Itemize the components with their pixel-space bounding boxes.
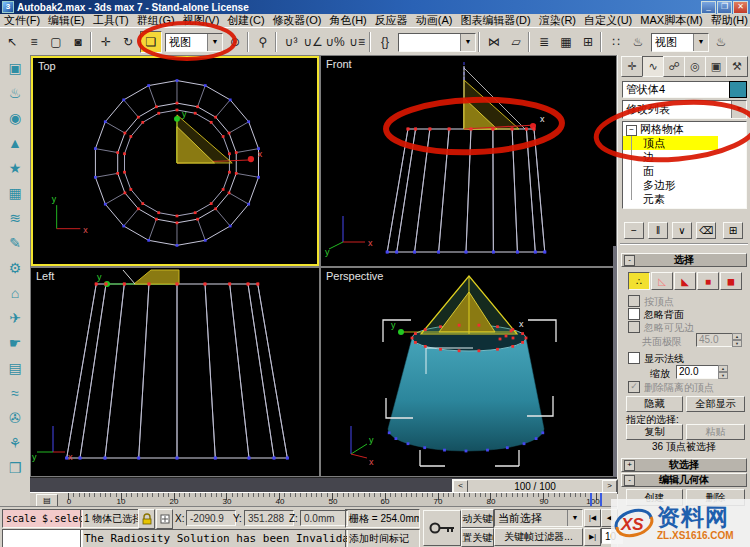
edit-named-selections-icon[interactable]: {} — [375, 32, 395, 52]
hide-button[interactable]: 隐藏 — [626, 396, 683, 412]
crate-icon[interactable]: ❒ — [3, 455, 27, 480]
viewport-top[interactable]: yxyx Top — [31, 56, 319, 266]
x-coordinate-field[interactable]: -2090.9 — [186, 510, 236, 526]
pin-stack-button[interactable]: − — [624, 222, 644, 239]
rollout-selection-header[interactable]: - 选择 — [621, 253, 747, 267]
stack-item-polygon[interactable]: 多边形 — [623, 178, 746, 192]
ignore-visible-edges-checkbox[interactable] — [628, 321, 640, 333]
expand-icon[interactable]: + — [624, 460, 635, 471]
menu-maxscript[interactable]: MAX脚本(M) — [636, 13, 706, 28]
house-icon[interactable]: ⌂ — [3, 280, 27, 305]
copy-button[interactable]: 复制 — [626, 424, 683, 440]
planar-threshold-spinner[interactable]: ▲▼ — [732, 333, 742, 347]
tab-utilities[interactable]: ⚒ — [726, 56, 748, 77]
object-color-swatch[interactable] — [729, 81, 747, 98]
hand-icon[interactable]: ☛ — [3, 330, 27, 355]
rollout-soft-selection-header[interactable]: + 软选择 — [621, 458, 747, 472]
curve-editor-icon[interactable]: ▦ — [556, 32, 576, 52]
menu-character[interactable]: 角色(H) — [326, 13, 371, 28]
menu-customize[interactable]: 自定义(U) — [580, 13, 636, 28]
door-icon[interactable]: ▤ — [3, 355, 27, 380]
viewport-perspective[interactable]: yxyx Perspective — [321, 268, 616, 476]
move-icon[interactable]: ✛ — [96, 32, 116, 52]
collapse-box-icon[interactable]: − — [626, 125, 637, 136]
set-key-mode-button[interactable]: 设置关键帧 — [461, 528, 494, 547]
subobject-edge-icon[interactable]: ◺ — [651, 272, 673, 290]
stack-item-face[interactable]: 面 — [623, 164, 746, 178]
selection-region-icon[interactable]: ▢ — [46, 32, 66, 52]
normals-scale-spinner[interactable]: ▲▼ — [718, 365, 728, 379]
viewport-front[interactable]: xyx Front — [321, 56, 616, 266]
subobject-vertex-icon[interactable]: ∴ — [628, 272, 650, 290]
stack-item-edge[interactable]: 边 — [623, 150, 746, 164]
y-coordinate-field[interactable]: 351.288 — [244, 510, 294, 526]
use-pivot-center-icon[interactable]: ⊙ — [225, 32, 245, 52]
viewport-top-label[interactable]: Top — [38, 60, 56, 72]
tab-hierarchy[interactable]: ☍ — [663, 56, 685, 77]
menu-create[interactable]: 创建(C) — [223, 13, 268, 28]
render-scene-icon[interactable]: ♨ — [628, 32, 648, 52]
menu-rendering[interactable]: 渲染(R) — [535, 13, 580, 28]
modifier-list-dropdown[interactable]: 修改列表 ▼ — [622, 100, 747, 119]
scale-icon[interactable]: ❏ — [140, 31, 162, 53]
menu-modifiers[interactable]: 修改器(O) — [269, 13, 326, 28]
gear-icon[interactable]: ⚙ — [3, 255, 27, 280]
menu-file[interactable]: 文件(F) — [0, 13, 44, 28]
percent-snap-icon[interactable]: ∪% — [325, 32, 345, 52]
unhide-all-button[interactable]: 全部显示 — [686, 396, 745, 412]
menu-graph-editors[interactable]: 图表编辑器(D) — [456, 13, 534, 28]
z-coordinate-field[interactable]: 0.0mm — [300, 510, 348, 526]
tab-motion[interactable]: ◎ — [684, 56, 706, 77]
time-slider[interactable]: < 100 / 100 > — [30, 477, 617, 493]
by-vertex-checkbox[interactable] — [628, 295, 640, 307]
menu-reactor[interactable]: 反应器 — [371, 13, 412, 28]
show-end-result-button[interactable]: ‖ — [648, 222, 668, 239]
maxscript-listener-white[interactable] — [2, 529, 83, 547]
show-normals-checkbox[interactable] — [628, 352, 640, 364]
auto-key-button[interactable]: 自动关键帧 — [461, 509, 494, 528]
menu-animation[interactable]: 动画(A) — [412, 13, 457, 28]
subobject-polygon-icon[interactable]: ■ — [697, 272, 719, 290]
material-editor-icon[interactable]: ∷ — [606, 32, 626, 52]
restore-button[interactable]: ❐ — [717, 1, 732, 14]
reference-coordinate-dropdown[interactable]: 视图 ▼ — [165, 33, 223, 52]
schematic-view-icon[interactable]: ⊞ — [578, 32, 598, 52]
key-selection-dropdown[interactable]: 当前选择 ▼ — [494, 509, 583, 527]
subobject-element-icon[interactable]: ◼ — [720, 272, 742, 290]
object-name-field[interactable]: 管状体4 — [622, 81, 731, 98]
current-frame-marker[interactable] — [590, 493, 602, 507]
viewport-left-label[interactable]: Left — [36, 270, 54, 282]
add-time-tag[interactable]: 添加时间标记 — [345, 529, 420, 547]
tab-create[interactable]: ✛ — [621, 56, 643, 77]
viewport-front-label[interactable]: Front — [326, 58, 352, 70]
mirror-icon[interactable]: ⋈ — [484, 32, 504, 52]
menu-help[interactable]: 帮助(H) — [707, 13, 750, 28]
waves-icon[interactable]: ≈ — [3, 380, 27, 405]
window-crossing-icon[interactable]: ◙ — [68, 32, 88, 52]
maxscript-listener-pink[interactable]: scale $.selec — [2, 509, 83, 528]
set-key-icon[interactable] — [423, 510, 461, 546]
ignore-backfacing-checkbox[interactable] — [628, 308, 640, 320]
delete-isolated-vertices-checkbox[interactable]: ✓ — [628, 381, 640, 393]
spinner-snap-icon[interactable]: ∪≡ — [347, 32, 367, 52]
stack-root-item[interactable]: − 网格物体 — [623, 122, 746, 136]
named-selection-dropdown[interactable]: ▼ — [398, 33, 476, 52]
next-key-icon[interactable]: ▶| — [584, 528, 601, 546]
menu-group[interactable]: 群组(G) — [133, 13, 179, 28]
rotate-icon[interactable]: ↻ — [118, 32, 138, 52]
cone-icon[interactable]: ▲ — [3, 130, 27, 155]
remove-modifier-button[interactable]: ⌫ — [696, 222, 716, 239]
angle-snap-icon[interactable]: ∪∠ — [303, 32, 323, 52]
geometry-cubes-icon[interactable]: ▣ — [3, 55, 27, 80]
render-type-dropdown[interactable]: 视图 ▼ — [651, 33, 709, 52]
star-icon[interactable]: ★ — [3, 155, 27, 180]
plane-icon[interactable]: ✈ — [3, 305, 27, 330]
key-filters-button[interactable]: 关键帧过滤器... — [494, 528, 583, 546]
layer-manager-icon[interactable]: ≣ — [534, 32, 554, 52]
spring-icon[interactable]: ≋ — [3, 205, 27, 230]
compound-objects-icon[interactable]: ▦ — [3, 180, 27, 205]
rope-icon[interactable]: ✇ — [3, 405, 27, 430]
marker-pen-icon[interactable]: ✎ — [3, 230, 27, 255]
normals-scale-field[interactable]: 20.0 — [676, 365, 720, 379]
quick-render-icon[interactable]: ♨ — [711, 32, 731, 52]
